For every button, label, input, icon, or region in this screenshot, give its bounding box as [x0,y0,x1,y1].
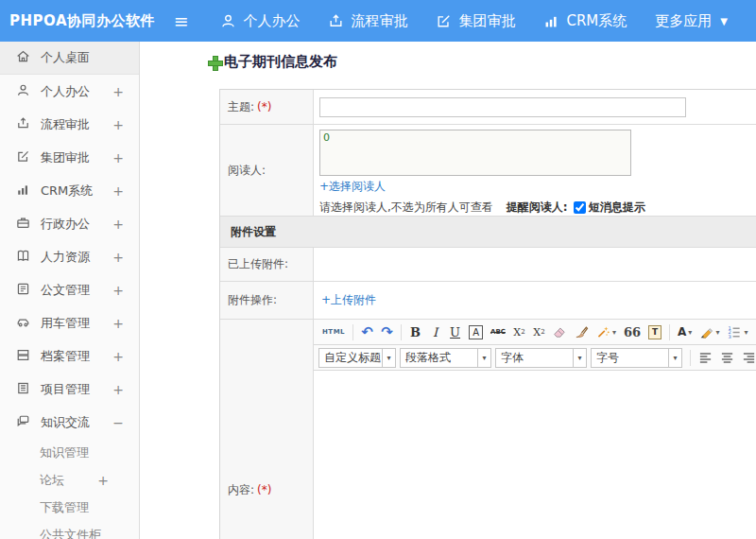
sidebar-item-crm[interactable]: CRM系统 + [0,174,139,207]
sidebar-item-archive-mgmt[interactable]: 档案管理 + [0,339,139,373]
sidebar-item-admin-office[interactable]: 行政办公 + [0,207,139,240]
custom-heading-dropdown[interactable]: 自定义标题 ▾ [318,348,396,368]
format-painter-brush-button[interactable] [572,322,592,342]
clipboard-icon [16,381,30,398]
edit-icon [16,149,30,166]
auto-typeset-wand-button[interactable]: ▾ [593,322,619,342]
sidebar-item-workflow-approval[interactable]: 流程审批 + [0,108,139,141]
topnav-workflow-approval[interactable]: 流程审批 [328,12,407,30]
sidebar-subitem-label: 公共文件柜 [40,527,109,539]
sidebar-subitem-label: 论坛 [40,472,97,489]
topnav-group-approval[interactable]: 集团审批 [436,12,515,30]
expand-plus-icon[interactable]: + [112,183,124,199]
align-right-button[interactable] [739,348,756,368]
sidebar-item-label: 流程审批 [41,116,112,133]
sidebar-subitem-knowledge-mgmt[interactable]: 知识管理 [0,439,139,466]
expand-plus-icon[interactable]: + [112,250,124,265]
subscript-button[interactable]: X2 [530,322,548,342]
chevron-down-icon: ▾ [612,328,616,337]
paste-as-text-button[interactable]: T [645,322,664,342]
page-title-text: 电子期刊信息发布 [224,53,337,71]
upload-attachment-link[interactable]: +上传附件 [321,292,376,308]
app-logo: PHPOA协同办公软件 [0,12,163,30]
page-title: 电子期刊信息发布 [208,53,337,71]
remove-format-eraser-button[interactable] [550,322,570,342]
autotype-button[interactable]: A [466,322,486,342]
home-icon [16,49,30,66]
sidebar-item-hr[interactable]: 人力资源 + [0,240,139,273]
collapse-minus-icon[interactable]: − [112,415,124,430]
subject-label: 主题: (*) [220,90,314,124]
topnav-personal-office[interactable]: 个人办公 [220,12,300,30]
strikethrough-button[interactable]: ABC [488,322,508,342]
expand-plus-icon[interactable]: + [112,217,124,232]
expand-plus-icon[interactable]: + [112,283,124,298]
top-navigation: 个人办公 流程审批 集团审批 CRM系统 更多应用 ▼ [220,12,756,30]
chevron-down-icon: ▾ [477,349,490,367]
bar-chart-icon [16,183,30,200]
font-color-button[interactable]: A▾ [675,322,695,342]
top-bar: PHPOA协同办公软件 ≡ 个人办公 流程审批 集团审批 CRM系统 更多应用 … [0,0,756,42]
sidebar-item-project-mgmt[interactable]: 项目管理 + [0,373,139,406]
ordered-list-button[interactable]: ▾ [724,322,750,342]
expand-plus-icon[interactable]: + [112,84,124,99]
form-row-uploaded: 已上传附件: [220,248,756,282]
sidebar-item-label: 知识交流 [41,414,112,431]
expand-plus-icon[interactable]: + [112,117,124,132]
content-label: 内容: (*) [220,320,314,539]
redo-button[interactable]: ↷ [378,322,396,342]
sidebar-item-label: 公文管理 [41,282,112,299]
editor-content-area[interactable] [314,371,756,539]
select-readers-link[interactable]: +选择阅读人 [319,180,386,193]
topnav-label: CRM系统 [566,12,627,30]
source-code-button[interactable]: HTML [319,322,348,342]
sidebar-subitem-forum[interactable]: 论坛 + [0,466,139,494]
superscript-button[interactable]: X2 [510,322,528,342]
sidebar-item-group-approval[interactable]: 集团审批 + [0,141,139,174]
italic-button[interactable]: I [426,322,444,342]
expand-plus-icon[interactable]: + [97,473,109,488]
align-left-button[interactable] [696,348,715,368]
sidebar-subitem-public-cabinet[interactable]: 公共文件柜 [0,521,139,539]
sidebar-item-label: 人力资源 [41,249,112,266]
sidebar-item-document-mgmt[interactable]: 公文管理 + [0,273,139,306]
rich-text-editor: HTML ↶ ↷ B I U A ABC X2 X2 ▾ 66 T [314,320,756,539]
form-row-readers: 阅读人: 0 +选择阅读人 请选择阅读人,不选为所有人可查看 提醒阅读人: 短消… [220,125,756,217]
sidebar-item-label: 个人办公 [41,83,112,100]
green-plus-icon [208,56,221,69]
sidebar-subitem-download-mgmt[interactable]: 下载管理 [0,494,139,521]
font-size-dropdown[interactable]: 字号 ▾ [591,348,682,368]
font-family-dropdown[interactable]: 字体 ▾ [495,348,587,368]
topnav-crm[interactable]: CRM系统 [543,12,627,30]
sidebar-item-label: 用车管理 [41,315,112,332]
bold-button[interactable]: B [406,322,424,342]
person-icon [220,13,236,29]
sms-notify-checkbox[interactable] [574,201,586,214]
underline-button[interactable]: U [446,322,464,342]
expand-plus-icon[interactable]: + [112,316,124,331]
expand-plus-icon[interactable]: + [112,349,124,364]
sidebar-item-personal-office[interactable]: 个人办公 + [0,75,139,108]
editor-toolbar-row2: 自定义标题 ▾ 段落格式 ▾ 字体 ▾ 字号 ▾ [314,345,756,371]
topnav-label: 更多应用 [655,12,712,30]
undo-button[interactable]: ↶ [358,322,376,342]
blockquote-button[interactable]: 66 [621,322,644,342]
uploaded-label: 已上传附件: [220,248,314,281]
unordered-list-button[interactable] [752,322,756,342]
uploaded-value [314,248,756,281]
topnav-more-apps[interactable]: 更多应用 ▼ [655,12,728,30]
expand-plus-icon[interactable]: + [112,150,124,165]
expand-plus-icon[interactable]: + [112,382,124,397]
chevron-down-icon: ▼ [720,16,728,26]
subject-input[interactable] [319,97,686,117]
sidebar-item-desktop[interactable]: 个人桌面 [0,42,139,75]
topnav-label: 个人办公 [243,12,300,30]
sidebar-item-vehicle-mgmt[interactable]: 用车管理 + [0,306,139,339]
hamburger-menu-icon[interactable]: ≡ [163,10,200,31]
sidebar-item-knowledge-exchange[interactable]: 知识交流 − [0,406,139,439]
readers-label: 阅读人: [220,125,314,216]
highlight-color-button[interactable]: ▾ [696,322,722,342]
align-center-button[interactable] [717,348,737,368]
paragraph-format-dropdown[interactable]: 段落格式 ▾ [400,348,491,368]
readers-textarea[interactable]: 0 [319,130,631,176]
